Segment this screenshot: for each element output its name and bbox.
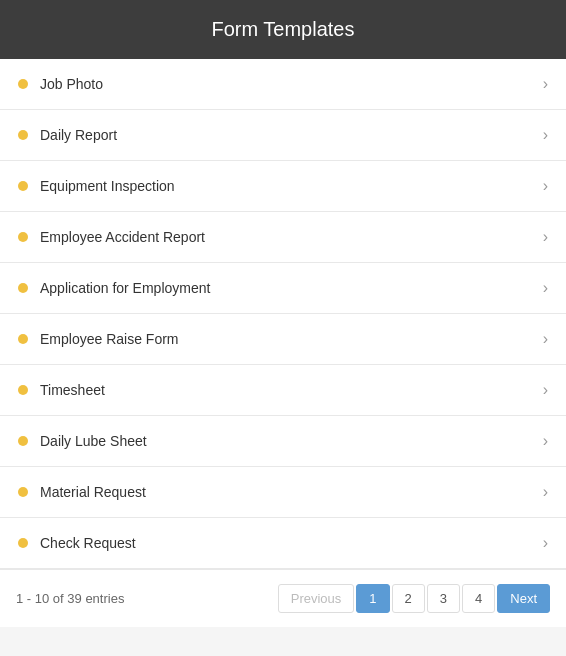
item-label: Employee Accident Report <box>40 229 205 245</box>
item-label: Equipment Inspection <box>40 178 175 194</box>
page-1-button[interactable]: 1 <box>356 584 389 613</box>
chevron-icon: › <box>543 330 548 348</box>
chevron-icon: › <box>543 483 548 501</box>
next-button[interactable]: Next <box>497 584 550 613</box>
list-item-left: Daily Report <box>18 127 117 143</box>
page-title: Form Templates <box>211 18 354 40</box>
item-label: Daily Lube Sheet <box>40 433 147 449</box>
list-item-left: Timesheet <box>18 382 105 398</box>
status-dot <box>18 334 28 344</box>
status-dot <box>18 487 28 497</box>
item-label: Job Photo <box>40 76 103 92</box>
form-templates-list: Job Photo › Daily Report › Equipment Ins… <box>0 59 566 569</box>
item-label: Employee Raise Form <box>40 331 179 347</box>
list-item[interactable]: Equipment Inspection › <box>0 161 566 212</box>
status-dot <box>18 79 28 89</box>
status-dot <box>18 130 28 140</box>
status-dot <box>18 181 28 191</box>
chevron-icon: › <box>543 228 548 246</box>
list-item-left: Equipment Inspection <box>18 178 175 194</box>
list-item[interactable]: Material Request › <box>0 467 566 518</box>
item-label: Timesheet <box>40 382 105 398</box>
list-item-left: Check Request <box>18 535 136 551</box>
page-3-button[interactable]: 3 <box>427 584 460 613</box>
status-dot <box>18 385 28 395</box>
item-label: Check Request <box>40 535 136 551</box>
chevron-icon: › <box>543 381 548 399</box>
list-item[interactable]: Daily Report › <box>0 110 566 161</box>
list-item-left: Job Photo <box>18 76 103 92</box>
list-item[interactable]: Timesheet › <box>0 365 566 416</box>
list-item[interactable]: Check Request › <box>0 518 566 569</box>
chevron-icon: › <box>543 432 548 450</box>
status-dot <box>18 436 28 446</box>
page-header: Form Templates <box>0 0 566 59</box>
list-item[interactable]: Job Photo › <box>0 59 566 110</box>
chevron-icon: › <box>543 177 548 195</box>
list-item[interactable]: Daily Lube Sheet › <box>0 416 566 467</box>
list-item[interactable]: Employee Accident Report › <box>0 212 566 263</box>
status-dot <box>18 538 28 548</box>
item-label: Application for Employment <box>40 280 210 296</box>
chevron-icon: › <box>543 279 548 297</box>
list-item-left: Daily Lube Sheet <box>18 433 147 449</box>
footer: 1 - 10 of 39 entries Previous 1 2 3 4 Ne… <box>0 569 566 627</box>
chevron-icon: › <box>543 75 548 93</box>
item-label: Material Request <box>40 484 146 500</box>
page-4-button[interactable]: 4 <box>462 584 495 613</box>
previous-button[interactable]: Previous <box>278 584 355 613</box>
item-label: Daily Report <box>40 127 117 143</box>
list-item[interactable]: Employee Raise Form › <box>0 314 566 365</box>
main-container: Form Templates Job Photo › Daily Report … <box>0 0 566 627</box>
list-item-left: Employee Raise Form <box>18 331 179 347</box>
status-dot <box>18 283 28 293</box>
chevron-icon: › <box>543 534 548 552</box>
page-2-button[interactable]: 2 <box>392 584 425 613</box>
chevron-icon: › <box>543 126 548 144</box>
list-item-left: Material Request <box>18 484 146 500</box>
list-item-left: Employee Accident Report <box>18 229 205 245</box>
entries-info: 1 - 10 of 39 entries <box>16 591 124 606</box>
list-item-left: Application for Employment <box>18 280 210 296</box>
list-item[interactable]: Application for Employment › <box>0 263 566 314</box>
status-dot <box>18 232 28 242</box>
pagination: Previous 1 2 3 4 Next <box>278 584 550 613</box>
